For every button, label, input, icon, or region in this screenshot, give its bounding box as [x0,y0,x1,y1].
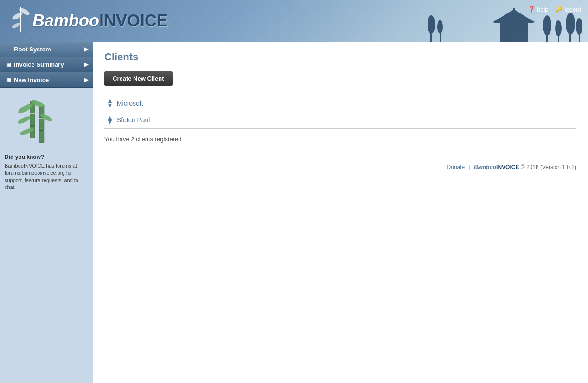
logout-label: logout [565,6,581,13]
sidebar: Root System ▶ ▣ Invoice Summary ▶ ▣ New … [0,42,93,383]
client-list: ▲ ▼ Microsoft ▲ ▼ Sfetcu Paul [104,95,576,129]
footer-separator: | [469,164,470,170]
client-row[interactable]: ▲ ▼ Microsoft [104,95,576,112]
svg-point-36 [17,115,31,125]
logout-link[interactable]: 🔑 logout [556,6,581,13]
client-name-microsoft[interactable]: Microsoft [117,100,143,107]
svg-point-1 [11,12,23,21]
sidebar-item-new-invoice[interactable]: ▣ New Invoice ▶ [0,72,93,88]
svg-point-19 [555,20,562,36]
create-new-client-button[interactable]: Create New Client [104,71,173,86]
new-invoice-arrow-icon: ▶ [84,77,88,83]
sort-icon: ▲ ▼ [107,99,113,108]
donate-link[interactable]: Donate [447,164,465,170]
help-label: help [537,6,549,13]
svg-point-7 [428,15,435,34]
did-you-know-text: BambooINVOICE has forums at forums.bambo… [5,163,88,191]
svg-point-9 [437,20,443,34]
help-link[interactable]: ❓ help [528,6,549,13]
did-you-know-box: Did you know? BambooINVOICE has forums a… [0,88,93,196]
site-header: Bamboo INVOICE ❓ help 🔑 logout [0,0,588,42]
sort-icon: ▲ ▼ [107,116,113,125]
logo-bamboo-text: Bamboo [32,11,99,31]
client-count: You have 2 clients registered [104,136,576,143]
footer-copyright: © 2018 (Version 1.0.2) [521,164,576,170]
help-icon: ❓ [528,6,535,13]
svg-rect-15 [513,8,515,13]
bamboo-plant-icon [5,92,83,152]
svg-rect-30 [39,119,44,130]
page-title: Clients [104,51,576,63]
invoice-summary-icon: ▣ [5,61,12,68]
svg-rect-25 [30,114,35,126]
root-system-icon [5,45,12,53]
svg-rect-13 [509,30,518,42]
sidebar-item-new-invoice-label: New Invoice [12,76,84,83]
root-arrow-icon: ▶ [84,46,88,52]
client-row[interactable]: ▲ ▼ Sfetcu Paul [104,112,576,129]
svg-point-23 [576,18,582,35]
logo-leaf-icon [7,2,35,35]
logo-invoice-text: INVOICE [99,11,168,31]
sidebar-item-invoice-summary[interactable]: ▣ Invoice Summary ▶ [0,57,93,72]
footer-brand-upper: INVOICE [496,164,519,170]
sidebar-item-root-label: Root System [12,46,84,53]
client-name-sfetcu-paul[interactable]: Sfetcu Paul [117,116,150,124]
new-invoice-icon: ▣ [5,76,12,83]
svg-point-21 [566,13,575,35]
svg-point-17 [543,15,551,36]
logo: Bamboo INVOICE [0,7,168,35]
sidebar-item-invoice-label: Invoice Summary [12,61,84,68]
did-you-know-title: Did you know? [5,154,88,160]
logout-icon: 🔑 [556,6,563,13]
main-content: Clients Create New Client ▲ ▼ Microsoft … [93,42,588,383]
invoice-summary-arrow-icon: ▶ [84,62,88,68]
footer-brand-italic: Bamboo [474,164,496,170]
svg-point-3 [11,22,21,29]
footer: Donate | BambooINVOICE © 2018 (Version 1… [104,157,576,170]
main-layout: Root System ▶ ▣ Invoice Summary ▶ ▣ New … [0,42,588,383]
footer-brand: BambooINVOICE [474,164,521,170]
svg-rect-31 [39,131,44,143]
header-nav: ❓ help 🔑 logout [528,6,581,13]
sidebar-item-root-system[interactable]: Root System ▶ [0,42,93,57]
